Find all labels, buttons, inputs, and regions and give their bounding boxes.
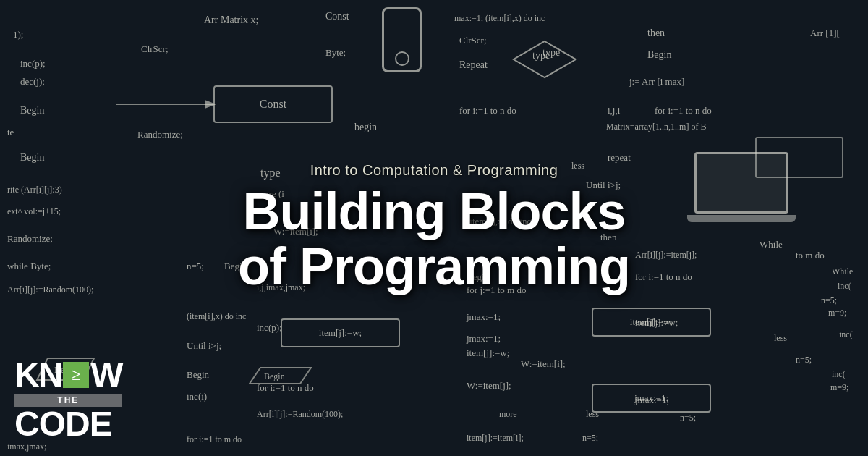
background: Arr Matrix x;Constmax:=1; (item[i],x) do…: [0, 0, 868, 456]
chalkboard-bg: [0, 0, 868, 456]
